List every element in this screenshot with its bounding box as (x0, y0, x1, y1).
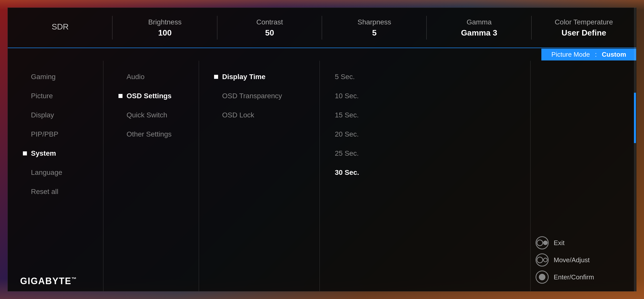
display-time-bullet (214, 75, 218, 79)
system-label: System (31, 149, 56, 157)
brightness-label: Brightness (148, 18, 181, 26)
color-temp-value: User Define (561, 28, 606, 38)
osd-panel: SDR Brightness 100 Contrast 50 Sharpness… (8, 8, 636, 291)
sharpness-label: Sharpness (357, 18, 391, 26)
option-display-time[interactable]: Display Time (209, 68, 319, 85)
submenu-item-other-settings[interactable]: Other Settings (113, 126, 199, 143)
top-bar: SDR Brightness 100 Contrast 50 Sharpness… (8, 8, 636, 48)
25sec-label: 25 Sec. (335, 149, 359, 157)
picture-label: Picture (31, 92, 53, 100)
scrollbar-track (634, 8, 636, 291)
picture-mode-tag: Picture Mode : Custom (541, 49, 636, 60)
controls-panel: Exit Move/Adjust Enter/Confirm (531, 61, 636, 291)
menu-item-picture[interactable]: Picture (18, 87, 103, 105)
value-25sec[interactable]: 25 Sec. (330, 145, 530, 162)
osd-settings-bullet (118, 94, 123, 98)
control-enter-confirm: Enter/Confirm (536, 271, 629, 284)
other-settings-label: Other Settings (127, 130, 172, 138)
5sec-label: 5 Sec. (335, 73, 355, 81)
brand-name: GIGABYTE (20, 276, 71, 286)
sub-menu: Audio OSD Settings Quick Switch Other Se… (103, 61, 199, 291)
osd-lock-label: OSD Lock (222, 111, 254, 119)
main-menu: Gaming Picture Display PIP/PBP System La… (8, 61, 103, 291)
menu-item-language[interactable]: Language (18, 164, 103, 181)
brand-logo: GIGABYTE™ (20, 276, 77, 286)
language-label: Language (31, 169, 62, 177)
reset-all-label: Reset all (31, 188, 58, 196)
osd-transparency-label: OSD Transparency (222, 92, 282, 100)
submenu-item-audio[interactable]: Audio (113, 68, 199, 85)
main-content: Gaming Picture Display PIP/PBP System La… (8, 61, 636, 291)
picture-mode-bar: Picture Mode : Custom (8, 48, 636, 61)
sdr-label: SDR (52, 22, 69, 31)
exit-icon (536, 236, 549, 249)
brand-trademark: ™ (71, 276, 77, 282)
picture-mode-label: Picture Mode (551, 51, 590, 58)
menu-item-system[interactable]: System (18, 145, 103, 162)
control-move-adjust: Move/Adjust (536, 253, 629, 267)
20sec-label: 20 Sec. (335, 130, 359, 138)
control-exit: Exit (536, 236, 629, 249)
pip-pbp-label: PIP/PBP (31, 130, 58, 138)
gaming-label: Gaming (31, 73, 56, 81)
osd-settings-label: OSD Settings (127, 92, 172, 100)
top-bar-brightness[interactable]: Brightness 100 (112, 8, 217, 48)
option-osd-transparency[interactable]: OSD Transparency (209, 87, 319, 105)
display-label: Display (31, 111, 54, 119)
submenu-item-osd-settings[interactable]: OSD Settings (113, 87, 199, 105)
top-bar-color-temp[interactable]: Color Temperature User Define (532, 8, 636, 48)
top-bar-contrast[interactable]: Contrast 50 (217, 8, 322, 48)
values-menu: 5 Sec. 10 Sec. 15 Sec. 20 Sec. 25 Sec. 3… (320, 61, 531, 291)
value-5sec[interactable]: 5 Sec. (330, 68, 530, 85)
display-time-label: Display Time (222, 73, 265, 81)
enter-confirm-label: Enter/Confirm (554, 273, 594, 281)
value-20sec[interactable]: 20 Sec. (330, 126, 530, 143)
30sec-label: 30 Sec. (335, 169, 359, 176)
system-bullet (23, 151, 27, 155)
menu-item-pip-pbp[interactable]: PIP/PBP (18, 126, 103, 143)
move-adjust-label: Move/Adjust (554, 256, 590, 264)
gamma-label: Gamma (467, 18, 492, 26)
value-10sec[interactable]: 10 Sec. (330, 87, 530, 105)
side-scrollbar[interactable] (633, 8, 636, 291)
picture-mode-value: Custom (602, 51, 626, 58)
brightness-value: 100 (158, 28, 172, 38)
menu-item-display[interactable]: Display (18, 107, 103, 124)
value-15sec[interactable]: 15 Sec. (330, 107, 530, 124)
audio-label: Audio (127, 73, 145, 81)
top-bar-gamma[interactable]: Gamma Gamma 3 (427, 8, 531, 48)
gamma-value: Gamma 3 (461, 28, 497, 38)
submenu-item-quick-switch[interactable]: Quick Switch (113, 107, 199, 124)
contrast-value: 50 (265, 28, 274, 38)
exit-label: Exit (554, 239, 565, 247)
option-osd-lock[interactable]: OSD Lock (209, 107, 319, 124)
menu-item-reset-all[interactable]: Reset all (18, 183, 103, 200)
top-bar-sdr[interactable]: SDR (8, 8, 112, 48)
10sec-label: 10 Sec. (335, 92, 359, 100)
quick-switch-label: Quick Switch (127, 111, 167, 119)
sharpness-value: 5 (372, 28, 377, 38)
picture-mode-colon: : (595, 51, 597, 58)
top-bar-sharpness[interactable]: Sharpness 5 (322, 8, 427, 48)
15sec-label: 15 Sec. (335, 111, 359, 119)
menu-item-gaming[interactable]: Gaming (18, 68, 103, 85)
contrast-label: Contrast (256, 18, 283, 26)
enter-confirm-icon (536, 271, 549, 284)
options-menu: Display Time OSD Transparency OSD Lock (199, 61, 320, 291)
scrollbar-thumb (634, 93, 636, 143)
color-temp-label: Color Temperature (555, 18, 613, 26)
move-adjust-icon (536, 253, 549, 267)
value-30sec[interactable]: 30 Sec. (330, 164, 530, 181)
